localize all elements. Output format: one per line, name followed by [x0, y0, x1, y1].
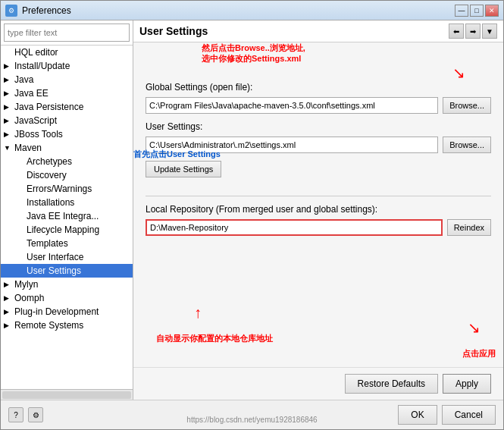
sidebar-item-label: Maven: [14, 143, 42, 153]
nav-down-button[interactable]: ▼: [482, 24, 497, 39]
tree-area: HQL editor Install/Update Java Java EE J…: [1, 46, 133, 389]
sidebar: HQL editor Install/Update Java Java EE J…: [1, 20, 133, 400]
sidebar-item-label: Oomph: [14, 293, 44, 303]
sidebar-item-templates[interactable]: Templates: [1, 237, 133, 250]
sidebar-item-label: Java EE: [14, 88, 49, 99]
sidebar-item-javascript[interactable]: JavaScript: [1, 114, 133, 127]
sidebar-item-lifecycle-mapping[interactable]: Lifecycle Mapping: [1, 223, 133, 237]
sidebar-item-label: Archetypes: [27, 156, 72, 167]
sidebar-item-installations[interactable]: Installations: [1, 196, 133, 209]
nav-back-button[interactable]: ⬅: [449, 24, 464, 39]
sidebar-item-java[interactable]: Java: [1, 73, 133, 86]
sidebar-item-mylyn[interactable]: Mylyn: [1, 278, 133, 291]
section-divider: [146, 196, 491, 196]
sidebar-item-label: Java Persistence: [14, 102, 83, 112]
sidebar-item-hql-editor[interactable]: HQL editor: [1, 46, 133, 59]
global-settings-row: Browse...: [146, 97, 491, 114]
titlebar: ⚙ Preferences — □ ✕: [1, 1, 503, 20]
minimize-button[interactable]: —: [455, 5, 468, 17]
global-settings-input[interactable]: [146, 97, 438, 114]
restore-defaults-button[interactable]: Restore Defaults: [345, 374, 438, 394]
sidebar-item-label: Install/Update: [14, 61, 70, 71]
sidebar-item-label: Templates: [27, 238, 68, 249]
main-content: 然后点击Browse..浏览地址, 选中你修改的Settings.xml ↘ G…: [133, 42, 503, 367]
sidebar-item-discovery[interactable]: Discovery: [1, 168, 133, 182]
user-browse-button[interactable]: Browse...: [443, 137, 491, 153]
hscroll-track: [2, 391, 131, 399]
main-header: User Settings ⬅ ➡ ▼: [133, 20, 503, 42]
bottom-bar: ? ⚙ https://blog.csdn.net/yemu1928186846…: [1, 400, 503, 429]
arrow-icon: [4, 321, 13, 330]
help-icon[interactable]: ?: [8, 407, 23, 422]
user-settings-input[interactable]: [146, 137, 438, 153]
sidebar-item-label: JBoss Tools: [14, 129, 63, 140]
search-input[interactable]: [4, 24, 130, 42]
sidebar-item-java-ee[interactable]: Java EE: [1, 86, 133, 100]
user-settings-label: User Settings:: [146, 121, 491, 132]
annotation-apply-text: 点击应用: [462, 349, 496, 358]
sidebar-item-label: Java EE Integra...: [27, 211, 99, 221]
watermark: https://blog.csdn.net/yemu1928186846: [186, 416, 317, 424]
maximize-button[interactable]: □: [470, 5, 484, 17]
arrow-icon: [4, 102, 13, 111]
sidebar-item-jboss-tools[interactable]: JBoss Tools: [1, 127, 133, 141]
arrow-icon: [4, 280, 13, 289]
user-settings-section: User Settings: Browse...: [146, 121, 491, 153]
search-box: [1, 20, 133, 46]
ok-button[interactable]: OK: [398, 405, 437, 425]
sidebar-item-label: JavaScript: [14, 115, 57, 126]
local-repo-row: Reindex: [146, 219, 491, 236]
bottom-left-icons: ? ⚙: [8, 407, 43, 422]
sidebar-item-label: Java: [14, 74, 33, 85]
sidebar-item-java-ee-integration[interactable]: Java EE Integra...: [1, 209, 133, 223]
sidebar-item-label: Plug-in Development: [14, 306, 99, 317]
sidebar-hscroll[interactable]: [1, 389, 133, 400]
global-browse-button[interactable]: Browse...: [443, 97, 491, 114]
cancel-button[interactable]: Cancel: [442, 405, 496, 425]
annotation-arrow-browse: ↘: [452, 64, 465, 81]
arrow-icon: [4, 307, 13, 316]
main-panel-title: User Settings: [139, 25, 208, 37]
local-repo-section: Local Repository (From merged user and g…: [146, 204, 491, 236]
sidebar-item-remote-systems[interactable]: Remote Systems: [1, 319, 133, 332]
local-repo-input[interactable]: [146, 219, 443, 236]
window-icon: ⚙: [5, 5, 17, 17]
arrow-icon: [4, 143, 13, 152]
close-button[interactable]: ✕: [485, 5, 499, 17]
settings-icon[interactable]: ⚙: [28, 407, 43, 422]
sidebar-item-user-settings[interactable]: User Settings: [1, 264, 133, 278]
sidebar-item-oomph[interactable]: Oomph: [1, 291, 133, 305]
sidebar-item-maven[interactable]: Maven: [1, 141, 133, 155]
sidebar-item-errors-warnings[interactable]: Errors/Warnings: [1, 182, 133, 196]
bottom-right-buttons: OK Cancel: [398, 405, 496, 425]
header-nav-buttons: ⬅ ➡ ▼: [449, 24, 497, 39]
content-area: HQL editor Install/Update Java Java EE J…: [1, 20, 503, 400]
arrow-icon: [4, 89, 13, 98]
annotation-local-repo-text: 自动显示你配置的本地仓库地址: [156, 334, 273, 343]
sidebar-item-install-update[interactable]: Install/Update: [1, 59, 133, 73]
arrow-icon: [4, 75, 13, 84]
global-settings-section: Global Settings (open file): Browse...: [146, 82, 491, 114]
arrow-icon: [4, 293, 13, 303]
sidebar-item-label: Installations: [27, 197, 74, 208]
sidebar-item-user-interface[interactable]: User Interface: [1, 250, 133, 264]
sidebar-item-java-persistence[interactable]: Java Persistence: [1, 100, 133, 114]
main-panel: User Settings ⬅ ➡ ▼ 然后点击Browse..浏览地址, 选中…: [133, 20, 503, 400]
window-title: Preferences: [22, 5, 455, 16]
user-settings-row: Browse...: [146, 137, 491, 153]
reindex-button[interactable]: Reindex: [447, 219, 491, 236]
arrow-icon: [4, 61, 13, 71]
preferences-window: ⚙ Preferences — □ ✕ HQL editor Inst: [0, 0, 504, 430]
nav-forward-button[interactable]: ➡: [465, 24, 481, 39]
sidebar-item-plug-in-development[interactable]: Plug-in Development: [1, 305, 133, 319]
annotation-browse-text2: 选中你修改的Settings.xml: [202, 54, 301, 63]
sidebar-item-label: Lifecycle Mapping: [27, 224, 99, 235]
apply-button[interactable]: Apply: [443, 374, 491, 394]
sidebar-item-label: User Interface: [27, 252, 83, 262]
sidebar-item-archetypes[interactable]: Archetypes: [1, 155, 133, 168]
global-settings-label: Global Settings (open file):: [146, 82, 491, 93]
annotation-arrow-apply: ↘: [468, 319, 481, 336]
update-settings-button[interactable]: Update Settings: [146, 161, 221, 177]
local-repo-label: Local Repository (From merged user and g…: [146, 204, 491, 215]
update-settings-section: Update Settings: [146, 161, 491, 188]
